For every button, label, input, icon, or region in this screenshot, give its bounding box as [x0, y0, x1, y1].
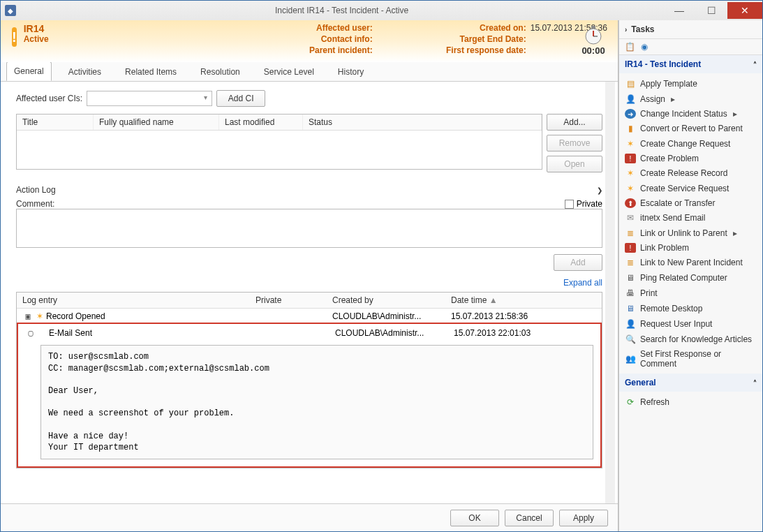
- tab-activities[interactable]: Activities: [61, 63, 108, 81]
- task-create-release-record[interactable]: ✶Create Release Record: [619, 165, 762, 181]
- action-log-collapse-icon[interactable]: ❯: [597, 186, 602, 194]
- task-escalate-or-transfer[interactable]: ⬆Escalate or Transfer: [619, 196, 762, 210]
- task-change-incident-status[interactable]: ➜Change Incident Status▸: [619, 107, 762, 121]
- close-button[interactable]: ✕: [727, 2, 762, 19]
- tab-history[interactable]: History: [331, 63, 371, 81]
- log-col-createdby[interactable]: Created by: [327, 293, 445, 308]
- link-or-unlink-to-parent-icon: ≣: [625, 228, 636, 239]
- incident-id: IR14: [24, 23, 49, 34]
- comment-textarea[interactable]: [16, 209, 602, 248]
- task-convert-or-revert-to-parent[interactable]: ▮Convert or Revert to Parent: [619, 121, 762, 136]
- search-for-knowledge-articles-icon: 🔍: [625, 334, 636, 345]
- label-contact-info: Contact info:: [168, 34, 377, 44]
- ci-grid[interactable]: Title Fully qualified name Last modified…: [16, 114, 542, 170]
- tab-general[interactable]: General: [6, 61, 52, 81]
- task-request-user-input[interactable]: 👤Request User Input: [619, 316, 762, 332]
- task-search-for-knowledge-articles[interactable]: 🔍Search for Knowledge Articles: [619, 332, 762, 347]
- create-release-record-icon: ✶: [625, 168, 636, 179]
- task-refresh[interactable]: ⟳Refresh: [619, 394, 762, 410]
- task-label: Refresh: [640, 397, 669, 407]
- task-link-problem[interactable]: !Link Problem: [619, 241, 762, 255]
- itnetx-send-email-icon: ✉: [625, 212, 636, 223]
- remote-desktop-icon: 🖥: [625, 303, 636, 314]
- private-checkbox-label[interactable]: Private: [565, 199, 602, 209]
- ci-add-button[interactable]: Add...: [547, 114, 602, 131]
- task-label: Ping Related Computer: [640, 273, 727, 283]
- add-comment-button[interactable]: Add: [554, 254, 602, 271]
- label-target-end: Target End Date:: [377, 34, 531, 44]
- log-datetime: 15.07.2013 21:58:36: [451, 311, 556, 321]
- expand-icon[interactable]: ▣: [22, 311, 34, 321]
- log-row[interactable]: ▢ E-Mail Sent CLOUDLAB\Administr... 15.0…: [20, 325, 599, 341]
- log-col-datetime[interactable]: Date time ▲: [445, 293, 550, 308]
- tab-related-items[interactable]: Related Items: [118, 63, 184, 81]
- task-create-change-request[interactable]: ✶Create Change Request: [619, 136, 762, 152]
- banner-grid: Affected user: Created on: 15.07.2013 21…: [70, 23, 649, 55]
- scrollbar[interactable]: [605, 82, 615, 503]
- task-label: itnetx Send Email: [640, 213, 705, 223]
- log-col-entry[interactable]: Log entry: [17, 293, 250, 308]
- task-label: Create Problem: [640, 154, 699, 163]
- task-assign[interactable]: 👤Assign▸: [619, 91, 762, 107]
- affected-cis-combo[interactable]: [87, 91, 212, 106]
- task-label: Link to New Parent Incident: [640, 258, 743, 267]
- tab-resolution[interactable]: Resolution: [193, 63, 247, 81]
- task-label: Convert or Revert to Parent: [640, 124, 743, 133]
- ok-button[interactable]: OK: [450, 510, 499, 526]
- ping-related-computer-icon: 🖥: [625, 272, 636, 283]
- task-label: Link or Unlink to Parent: [640, 228, 727, 238]
- collapse-icon[interactable]: ▢: [25, 328, 36, 338]
- create-problem-icon: !: [625, 154, 636, 163]
- task-apply-template[interactable]: ▤Apply Template: [619, 76, 762, 91]
- titlebar: ◆ Incident IR14 - Test Incident - Active…: [1, 1, 762, 20]
- task-link-to-new-parent-incident[interactable]: ≣Link to New Parent Incident: [619, 255, 762, 270]
- task-label: Link Problem: [640, 243, 689, 253]
- task-group-incident[interactable]: IR14 - Test Incident ˄: [619, 55, 762, 73]
- svg-rect-1: [591, 26, 595, 29]
- tasks-pane: ›Tasks 📋 ◉ IR14 - Test Incident ˄ ▤Apply…: [618, 20, 762, 531]
- set-first-response-or-comment-icon: 👥: [625, 353, 636, 364]
- task-label: Create Release Record: [640, 168, 727, 178]
- ci-col-status: Status: [303, 114, 542, 130]
- create-change-request-icon: ✶: [625, 138, 636, 149]
- log-row[interactable]: ▣ ✶ Record Opened CLOUDLAB\Administr... …: [17, 309, 602, 324]
- log-grid: Log entry Private Created by Date time ▲…: [16, 292, 602, 468]
- label-created-on: Created on:: [377, 23, 531, 33]
- task-create-service-request[interactable]: ✶Create Service Request: [619, 181, 762, 196]
- ci-remove-button[interactable]: Remove: [547, 135, 602, 152]
- apply-button[interactable]: Apply: [559, 510, 608, 526]
- assign-icon: 👤: [625, 94, 636, 105]
- minimize-button[interactable]: —: [663, 2, 695, 19]
- task-create-problem[interactable]: !Create Problem: [619, 152, 762, 165]
- task-remote-desktop[interactable]: 🖥Remote Desktop: [619, 301, 762, 316]
- task-itnetx-send-email[interactable]: ✉itnetx Send Email: [619, 210, 762, 226]
- ci-open-button[interactable]: Open: [547, 156, 602, 172]
- convert-or-revert-to-parent-icon: ▮: [625, 123, 636, 134]
- task-link-or-unlink-to-parent[interactable]: ≣Link or Unlink to Parent▸: [619, 226, 762, 241]
- escalate-or-transfer-icon: ⬆: [625, 198, 636, 208]
- chevron-up-icon: ˄: [753, 61, 757, 68]
- refresh-icon: ⟳: [625, 397, 636, 408]
- stopwatch-icon: [581, 24, 605, 45]
- sla-timer: 00:00: [581, 45, 605, 56]
- log-col-private[interactable]: Private: [250, 293, 327, 308]
- body: ! IR14 Active Affected user: Created on:…: [1, 20, 762, 531]
- expand-all-link[interactable]: Expand all: [563, 278, 602, 288]
- ci-col-title: Title: [17, 114, 94, 130]
- ci-col-fqn: Fully qualified name: [94, 114, 219, 130]
- window-buttons: — ☐ ✕: [663, 2, 762, 19]
- maximize-button[interactable]: ☐: [695, 2, 727, 19]
- task-label: Assign: [640, 94, 665, 104]
- record-opened-icon: ✶: [34, 311, 46, 321]
- task-set-first-response-or-comment[interactable]: 👥Set First Response or Comment: [619, 347, 762, 371]
- private-checkbox[interactable]: [565, 200, 574, 209]
- change-incident-status-icon: ➜: [625, 109, 636, 119]
- task-group-general[interactable]: General ˄: [619, 374, 762, 392]
- task-list-general: ⟳Refresh: [619, 392, 762, 413]
- cancel-button[interactable]: Cancel: [505, 510, 554, 526]
- add-ci-button[interactable]: Add CI: [216, 90, 265, 107]
- task-print[interactable]: 🖶Print: [619, 286, 762, 301]
- sla-clock: 00:00: [581, 24, 605, 56]
- tab-service-level[interactable]: Service Level: [257, 63, 321, 81]
- task-ping-related-computer[interactable]: 🖥Ping Related Computer: [619, 270, 762, 286]
